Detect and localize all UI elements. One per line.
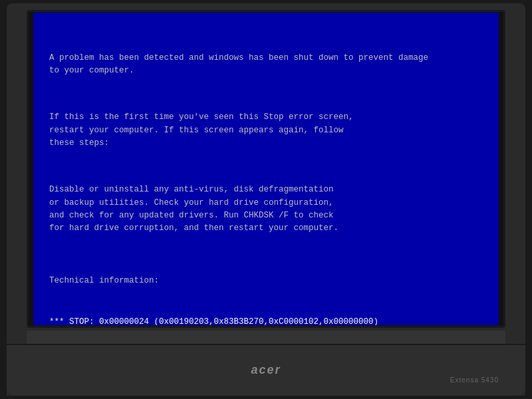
keyboard-area <box>27 331 505 344</box>
laptop-brand: acer <box>251 363 281 377</box>
bsod-paragraph2: If this is the first time you've seen th… <box>49 111 483 150</box>
bsod-paragraph3: Disable or uninstall any anti-virus, dis… <box>49 184 483 235</box>
laptop-outer: A problem has been detected and windows … <box>7 3 525 396</box>
bsod-paragraph1: A problem has been detected and windows … <box>49 52 483 78</box>
screen-bezel: A problem has been detected and windows … <box>27 10 505 328</box>
bsod-stop-code: *** STOP: 0x00000024 (0x00190203,0x83B3B… <box>49 316 483 326</box>
bsod-screen: A problem has been detected and windows … <box>33 13 499 325</box>
bsod-tech-label: Technical information: <box>49 275 483 287</box>
laptop-bottom: acer Extensa 5430 <box>7 344 525 396</box>
laptop-model: Extensa 5430 <box>450 376 499 384</box>
